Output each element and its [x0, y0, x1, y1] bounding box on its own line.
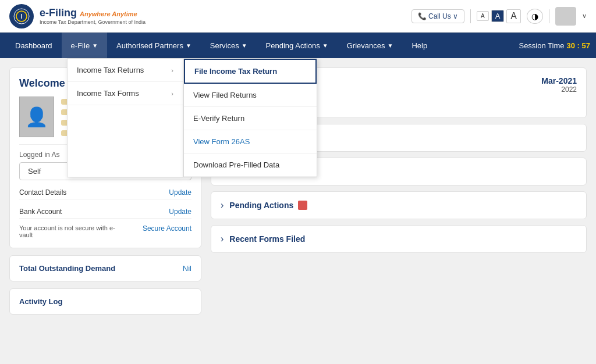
bank-account-label: Bank Account	[19, 208, 62, 216]
nav-grievances[interactable]: Grievances ▼	[338, 33, 403, 58]
pending-badge	[298, 201, 307, 210]
recent-forms-arrow: ›	[221, 234, 224, 244]
menu-form26as[interactable]: View Form 26AS	[184, 130, 317, 154]
logo-emblem: I	[9, 4, 34, 28]
efile-arrow: ▼	[92, 42, 98, 49]
svg-text:I: I	[21, 13, 23, 20]
info-year2: 2022	[541, 85, 577, 94]
nav-auth-partners[interactable]: Authorised Partners ▼	[107, 33, 201, 58]
services-arrow: ▼	[242, 42, 247, 49]
user-avatar-btn[interactable]	[555, 7, 576, 26]
divider	[470, 9, 471, 23]
top-header: I e-Filing Anywhere Anytime Income Tax D…	[0, 0, 596, 33]
font-medium-btn[interactable]: A	[491, 10, 505, 22]
font-controls: A A A	[477, 9, 521, 23]
session-info: Session Time 30 : 57	[519, 41, 590, 50]
pending-actions-accordion[interactable]: › Pending Actions	[211, 191, 587, 219]
auth-partners-arrow: ▼	[186, 42, 191, 49]
submenu-left: Income Tax Returns › Income Tax Forms ›	[67, 58, 183, 177]
itf-chevron: ›	[171, 90, 173, 97]
menu-file-return[interactable]: File Income Tax Return	[184, 59, 317, 84]
info-right: Mar-2021 2022	[541, 76, 577, 94]
grievances-arrow: ▼	[388, 42, 393, 49]
logo-tagline: Anywhere Anytime	[80, 10, 137, 17]
recent-forms-title: Recent Forms Filed	[229, 234, 305, 244]
avatar-icon: 👤	[25, 106, 48, 128]
nav-pending-actions[interactable]: Pending Actions ▼	[257, 33, 338, 58]
contact-details-label: Contact Details	[19, 188, 66, 197]
nav-efile[interactable]: e-File ▼	[62, 33, 107, 58]
contrast-btn[interactable]: ◑	[527, 9, 543, 24]
demand-label: Total Outstanding Demand	[19, 264, 115, 273]
menu-prefilled[interactable]: Download Pre-Filled Data	[184, 154, 317, 177]
menu-view-returns[interactable]: View Filed Returns	[184, 84, 317, 107]
logo-area: I e-Filing Anywhere Anytime Income Tax D…	[9, 4, 146, 28]
secure-text: Your account is not secure with e-vault	[19, 224, 118, 238]
font-small-btn[interactable]: A	[477, 11, 489, 21]
contact-update-link[interactable]: Update	[169, 188, 191, 197]
header-right: 📞 Call Us ∨ A A A ◑ ∨	[411, 7, 587, 26]
user-dropdown-arrow[interactable]: ∨	[582, 12, 587, 20]
nav-services[interactable]: Services ▼	[201, 33, 257, 58]
avatar: 👤	[19, 97, 54, 137]
font-large-btn[interactable]: A	[506, 9, 521, 23]
call-us-button[interactable]: 📞 Call Us ∨	[411, 9, 464, 23]
recent-forms-accordion[interactable]: › Recent Forms Filed	[211, 225, 587, 253]
menu-everify[interactable]: E-Verify Return	[184, 107, 317, 130]
divider2	[549, 9, 549, 23]
pending-actions-title: Pending Actions	[229, 201, 293, 210]
secure-account-link[interactable]: Secure Account	[143, 224, 191, 233]
bank-update-link[interactable]: Update	[169, 208, 191, 216]
activity-card: Activity Log	[9, 288, 201, 315]
navbar: Dashboard e-File ▼ Authorised Partners ▼…	[0, 33, 596, 58]
submenu-itf[interactable]: Income Tax Forms ›	[68, 82, 183, 105]
submenu-right: File Income Tax Return View Filed Return…	[183, 58, 317, 177]
secure-row: Your account is not secure with e-vault …	[19, 224, 191, 238]
logo-text: e-Filing Anywhere Anytime Income Tax Dep…	[40, 7, 146, 25]
demand-card: Total Outstanding Demand Nil	[9, 255, 201, 281]
demand-value: Nil	[183, 264, 191, 273]
dropdown-overlay: Income Tax Returns › Income Tax Forms › …	[67, 58, 317, 177]
info-year: Mar-2021	[541, 76, 577, 85]
nav-dashboard[interactable]: Dashboard	[6, 33, 62, 58]
activity-label: Activity Log	[19, 297, 62, 306]
logo-title: e-Filing Anywhere Anytime	[40, 7, 146, 19]
logo-subtitle: Income Tax Department, Government of Ind…	[40, 19, 146, 25]
contact-details-row: Contact Details Update	[19, 186, 191, 199]
submenu-itr[interactable]: Income Tax Returns ›	[68, 59, 183, 82]
nav-help[interactable]: Help	[402, 33, 437, 58]
bank-account-row: Bank Account Update	[19, 205, 191, 219]
pending-arrow: ▼	[322, 42, 328, 49]
itr-chevron: ›	[171, 67, 173, 74]
pending-actions-arrow: ›	[221, 200, 224, 210]
session-time: 30 : 57	[567, 41, 590, 50]
